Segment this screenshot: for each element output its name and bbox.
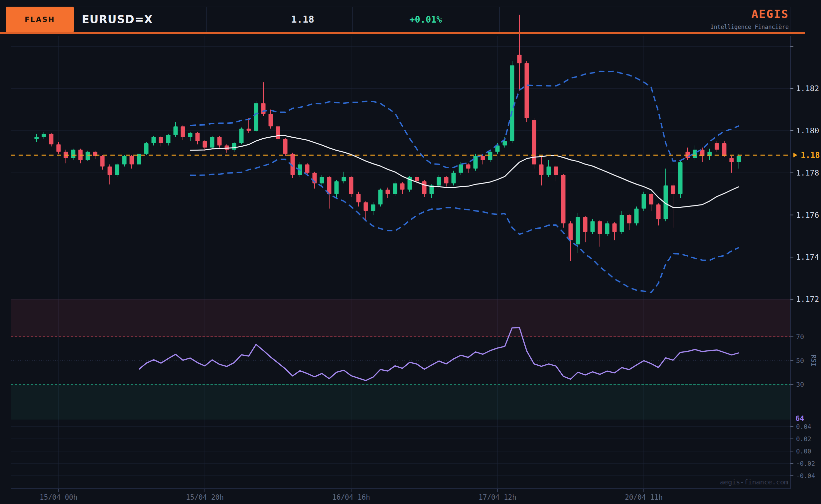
svg-text:0.04: 0.04 (796, 423, 811, 430)
flash-badge-label: FLASH (25, 16, 55, 24)
header-divider (206, 7, 207, 32)
svg-text:1.18: 1.18 (801, 151, 820, 160)
brand-block: AEGIS Intelligence Financière (711, 7, 789, 30)
svg-text:-0.02: -0.02 (796, 460, 815, 467)
brand-tagline: Intelligence Financière (711, 24, 789, 30)
svg-text:20/04 11h: 20/04 11h (625, 493, 663, 501)
price-gridlines (11, 46, 790, 299)
svg-text:30: 30 (796, 380, 804, 388)
macd-gridlines (11, 427, 790, 476)
svg-text:0.02: 0.02 (796, 435, 811, 442)
bollinger-lower-line (190, 159, 739, 293)
svg-text:1.174: 1.174 (796, 253, 819, 261)
svg-text:16/04 16h: 16/04 16h (332, 493, 370, 501)
svg-text:1.176: 1.176 (796, 211, 819, 219)
candlestick-layer (35, 15, 741, 261)
svg-text:1.182: 1.182 (796, 84, 819, 93)
chart-header: FLASH EURUSD=X 1.18 +0.01% AEGIS Intelli… (0, 0, 821, 35)
svg-text:70: 70 (796, 333, 804, 341)
svg-text:17/04 12h: 17/04 12h (479, 493, 516, 501)
svg-text:1.180: 1.180 (796, 126, 819, 135)
svg-text:1.178: 1.178 (796, 169, 819, 177)
svg-text:15/04 20h: 15/04 20h (186, 493, 224, 501)
header-divider (499, 7, 500, 32)
x-axis: 15/04 00h15/04 20h16/04 16h17/04 12h20/0… (11, 489, 790, 501)
header-accent-bar (0, 32, 805, 34)
price-change-percent: +0.01% (352, 7, 499, 32)
svg-text:64: 64 (795, 414, 804, 423)
flash-badge: FLASH (6, 7, 74, 32)
svg-text:-0.04: -0.04 (796, 472, 815, 479)
ticker-symbol: EURUSD=X (82, 7, 153, 32)
sma-line (190, 136, 739, 207)
watermark: aegis-finance.com (720, 478, 788, 486)
svg-text:RSI: RSI (810, 354, 818, 366)
right-axis: 1.1821.1801.1781.1761.1741.172705030RSI6… (790, 36, 819, 489)
brand-name: AEGIS (711, 7, 789, 21)
vertical-gridlines (59, 36, 644, 489)
svg-text:1.172: 1.172 (796, 295, 819, 304)
svg-text:50: 50 (796, 357, 804, 365)
svg-text:15/04 00h: 15/04 00h (40, 493, 77, 501)
chart-canvas[interactable]: 1.181.1821.1801.1781.1761.1741.172705030… (0, 0, 821, 504)
trading-chart-app: 1.181.1821.1801.1781.1761.1741.172705030… (0, 0, 821, 504)
svg-text:0.00: 0.00 (796, 447, 811, 455)
